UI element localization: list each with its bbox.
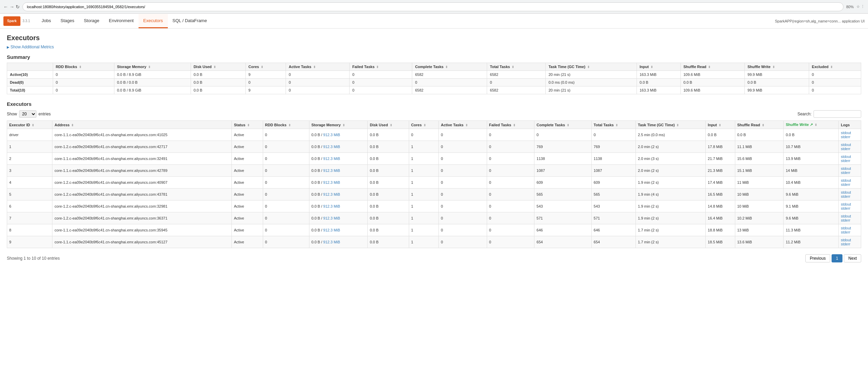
summary-col-active[interactable]: Active Tasks ⇕ bbox=[286, 63, 350, 71]
storage-cell: 0.0 B / 912.3 MiB bbox=[309, 189, 368, 200]
col-executor-id[interactable]: Executor ID ⇕ bbox=[7, 121, 52, 129]
storage-memory-link[interactable]: 912.3 MiB bbox=[323, 240, 340, 244]
summary-col-storage[interactable]: Storage Memory ⇕ bbox=[114, 63, 191, 71]
stdout-link[interactable]: stdout bbox=[841, 202, 851, 206]
total-cell: 571 bbox=[592, 212, 636, 224]
nav-storage[interactable]: Storage bbox=[79, 14, 104, 28]
storage-memory-link[interactable]: 912.3 MiB bbox=[323, 192, 340, 196]
browser-navigation[interactable]: ← → ↻ bbox=[3, 4, 20, 10]
stdout-link[interactable]: stdout bbox=[841, 143, 851, 147]
address-cell: core-1.1.c-ea09e2040b9f6c41.cn-shanghai.… bbox=[52, 236, 232, 248]
storage-memory-link[interactable]: 912.3 MiB bbox=[323, 157, 340, 161]
stderr-link[interactable]: stderr bbox=[841, 194, 850, 198]
storage-memory-link[interactable]: 912.3 MiB bbox=[323, 204, 340, 208]
executor-id-cell: 8 bbox=[7, 224, 52, 236]
col-complete[interactable]: Complete Tasks ⇕ bbox=[534, 121, 592, 129]
address-cell: core-1.1.c-ea09e2040b9f6c41.cn-shanghai.… bbox=[52, 165, 232, 177]
nav-stages[interactable]: Stages bbox=[56, 14, 79, 28]
col-total[interactable]: Total Tasks ⇕ bbox=[592, 121, 636, 129]
col-disk[interactable]: Disk Used ⇕ bbox=[368, 121, 409, 129]
input-cell: 21.3 MiB bbox=[706, 165, 735, 177]
storage-memory-link[interactable]: 912.3 MiB bbox=[323, 216, 340, 220]
stdout-link[interactable]: stdout bbox=[841, 238, 851, 242]
pagination: Previous 1 Next bbox=[805, 254, 861, 262]
nav-sql[interactable]: SQL / DataFrame bbox=[168, 14, 212, 28]
nav-executors[interactable]: Executors bbox=[139, 14, 168, 28]
next-button[interactable]: Next bbox=[844, 254, 861, 262]
complete-cell: 1138 bbox=[534, 153, 592, 165]
col-failed[interactable]: Failed Tasks ⇕ bbox=[487, 121, 534, 129]
address-bar[interactable] bbox=[22, 2, 843, 11]
storage-memory-link[interactable]: 912.3 MiB bbox=[323, 228, 340, 232]
stdout-link[interactable]: stdout bbox=[841, 155, 851, 159]
summary-col-tasktime[interactable]: Task Time (GC Time) ⇕ bbox=[546, 63, 637, 71]
previous-button[interactable]: Previous bbox=[805, 254, 830, 262]
stderr-link[interactable]: stderr bbox=[841, 159, 850, 163]
col-address[interactable]: Address ⇕ bbox=[52, 121, 232, 129]
stderr-link[interactable]: stderr bbox=[841, 171, 850, 175]
summary-col-disk[interactable]: Disk Used ⇕ bbox=[191, 63, 245, 71]
summary-col-shwrite[interactable]: Shuffle Write ⇕ bbox=[745, 63, 809, 71]
browser-chrome: ← → ↻ 80% ☆ ⋮ bbox=[0, 0, 868, 14]
summary-cell: 0.0 B bbox=[745, 79, 809, 86]
address-cell: core-1.2.c-ea09e2040b9f6c41.cn-shanghai.… bbox=[52, 189, 232, 200]
stdout-link[interactable]: stdout bbox=[841, 214, 851, 218]
show-metrics-link[interactable]: Show Additional Metrics bbox=[7, 45, 54, 49]
col-status[interactable]: Status ⇕ bbox=[232, 121, 263, 129]
stdout-link[interactable]: stdout bbox=[841, 131, 851, 135]
forward-button[interactable]: → bbox=[10, 4, 14, 10]
complete-cell: 565 bbox=[534, 189, 592, 200]
stdout-link[interactable]: stdout bbox=[841, 226, 851, 230]
nav-environment[interactable]: Environment bbox=[104, 14, 139, 28]
page-1-button[interactable]: 1 bbox=[832, 254, 843, 262]
summary-col-input[interactable]: Input ⇕ bbox=[637, 63, 680, 71]
col-input[interactable]: Input ⇕ bbox=[706, 121, 735, 129]
storage-memory-link[interactable]: 912.3 MiB bbox=[323, 133, 340, 137]
failed-cell: 0 bbox=[487, 236, 534, 248]
col-active[interactable]: Active Tasks ⇕ bbox=[439, 121, 487, 129]
rdd-cell: 0 bbox=[263, 177, 309, 189]
storage-memory-link[interactable]: 912.3 MiB bbox=[323, 145, 340, 149]
back-button[interactable]: ← bbox=[3, 4, 8, 10]
summary-cell: 109.6 MiB bbox=[680, 71, 744, 79]
stdout-link[interactable]: stdout bbox=[841, 178, 851, 182]
summary-col-shread[interactable]: Shuffle Read ⇕ bbox=[680, 63, 744, 71]
search-input[interactable] bbox=[814, 110, 861, 118]
summary-cell: 0 bbox=[350, 86, 412, 94]
summary-cell: 0.0 B / 0.0 B bbox=[114, 79, 191, 86]
storage-memory-link[interactable]: 912.3 MiB bbox=[323, 168, 340, 173]
brand: Spark 3.3.1 bbox=[3, 16, 30, 26]
storage-memory-link[interactable]: 912.3 MiB bbox=[323, 180, 340, 184]
stdout-link[interactable]: stdout bbox=[841, 190, 851, 194]
address-cell: core-1.1.c-ea09e2040b9f6c41.cn-shanghai.… bbox=[52, 224, 232, 236]
col-shwrite[interactable]: Shuffle Write ↗ ⇕ bbox=[784, 121, 839, 129]
stderr-link[interactable]: stderr bbox=[841, 218, 850, 222]
summary-col-complete[interactable]: Complete Tasks ⇕ bbox=[412, 63, 487, 71]
shwrite-cell: 9.6 MiB bbox=[784, 189, 839, 200]
stderr-link[interactable]: stderr bbox=[841, 230, 850, 234]
stderr-link[interactable]: stderr bbox=[841, 147, 850, 151]
summary-col-rdd[interactable]: RDD Blocks ⇕ bbox=[53, 63, 114, 71]
summary-cell: 0.0 B bbox=[191, 71, 245, 79]
status-cell: Active bbox=[232, 165, 263, 177]
executor-id-cell: driver bbox=[7, 129, 52, 141]
col-storage[interactable]: Storage Memory ⇕ bbox=[309, 121, 368, 129]
stderr-link[interactable]: stderr bbox=[841, 206, 850, 210]
summary-col-excluded[interactable]: Excluded ⇕ bbox=[809, 63, 861, 71]
summary-col-total[interactable]: Total Tasks ⇕ bbox=[487, 63, 546, 71]
entries-select[interactable]: 20 50 100 bbox=[19, 110, 36, 118]
stderr-link[interactable]: stderr bbox=[841, 242, 850, 246]
stderr-link[interactable]: stderr bbox=[841, 182, 850, 187]
refresh-button[interactable]: ↻ bbox=[16, 4, 20, 10]
nav-jobs[interactable]: Jobs bbox=[37, 14, 55, 28]
stdout-link[interactable]: stdout bbox=[841, 166, 851, 171]
summary-cell: 0 bbox=[350, 71, 412, 79]
disk-cell: 0.0 B bbox=[368, 165, 409, 177]
col-tasktime[interactable]: Task Time (GC Time) ⇕ bbox=[636, 121, 705, 129]
col-cores[interactable]: Cores ⇕ bbox=[409, 121, 439, 129]
stderr-link[interactable]: stderr bbox=[841, 135, 850, 139]
col-rdd[interactable]: RDD Blocks ⇕ bbox=[263, 121, 309, 129]
summary-col-cores[interactable]: Cores ⇕ bbox=[245, 63, 286, 71]
summary-col-failed[interactable]: Failed Tasks ⇕ bbox=[350, 63, 412, 71]
col-shread[interactable]: Shuffle Read ⇕ bbox=[735, 121, 784, 129]
